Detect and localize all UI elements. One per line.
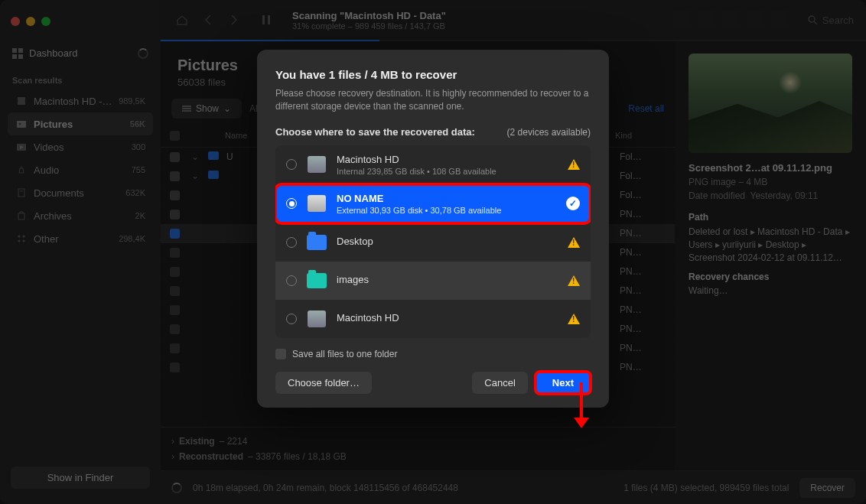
save-all-row[interactable]: Save all files to one folder xyxy=(275,349,591,359)
modal-title: You have 1 files / 4 MB to recover xyxy=(275,68,591,81)
hdd-icon xyxy=(308,311,326,327)
destination-name: Macintosh HD xyxy=(337,312,558,325)
destination-sub: Internal 239,85 GB disk • 108 GB availab… xyxy=(337,167,558,176)
destination-list: Macintosh HDInternal 239,85 GB disk • 10… xyxy=(275,145,591,338)
radio-button[interactable] xyxy=(286,275,297,286)
destination-item[interactable]: images xyxy=(275,262,591,300)
warning-icon xyxy=(568,237,580,248)
check-icon: ✓ xyxy=(566,197,580,210)
warning-icon xyxy=(568,275,580,286)
radio-button[interactable] xyxy=(286,198,297,209)
choose-folder-button[interactable]: Choose folder… xyxy=(275,372,372,394)
destination-name: Macintosh HD xyxy=(337,154,558,167)
destination-name: Desktop xyxy=(337,236,558,249)
destination-item[interactable]: Macintosh HDInternal 239,85 GB disk • 10… xyxy=(275,145,591,184)
destination-name: NO NAME xyxy=(337,193,557,206)
modal-description: Please choose recovery destination. It i… xyxy=(275,87,591,114)
annotation-arrow xyxy=(580,382,583,421)
folder-icon xyxy=(307,235,327,250)
save-all-label: Save all files to one folder xyxy=(292,349,397,359)
destination-item[interactable]: Macintosh HD xyxy=(275,300,591,338)
radio-button[interactable] xyxy=(286,314,297,324)
cancel-button[interactable]: Cancel xyxy=(472,372,527,394)
save-all-checkbox[interactable] xyxy=(275,349,286,359)
external-disk-icon xyxy=(308,195,326,212)
hdd-icon xyxy=(308,156,326,173)
radio-button[interactable] xyxy=(286,159,297,170)
recovery-destination-modal: You have 1 files / 4 MB to recover Pleas… xyxy=(257,50,609,408)
radio-button[interactable] xyxy=(286,237,297,248)
destination-item[interactable]: NO NAMEExternal 30,93 GB disk • 30,78 GB… xyxy=(275,184,591,223)
destination-name: images xyxy=(337,274,558,287)
warning-icon xyxy=(568,314,580,324)
destination-item[interactable]: Desktop xyxy=(275,223,591,262)
choose-destination-label: Choose where to save the recovered data: xyxy=(275,126,475,138)
devices-available: (2 devices available) xyxy=(507,127,591,138)
warning-icon xyxy=(568,159,580,170)
folder-icon xyxy=(307,273,327,288)
destination-sub: External 30,93 GB disk • 30,78 GB availa… xyxy=(337,206,557,215)
